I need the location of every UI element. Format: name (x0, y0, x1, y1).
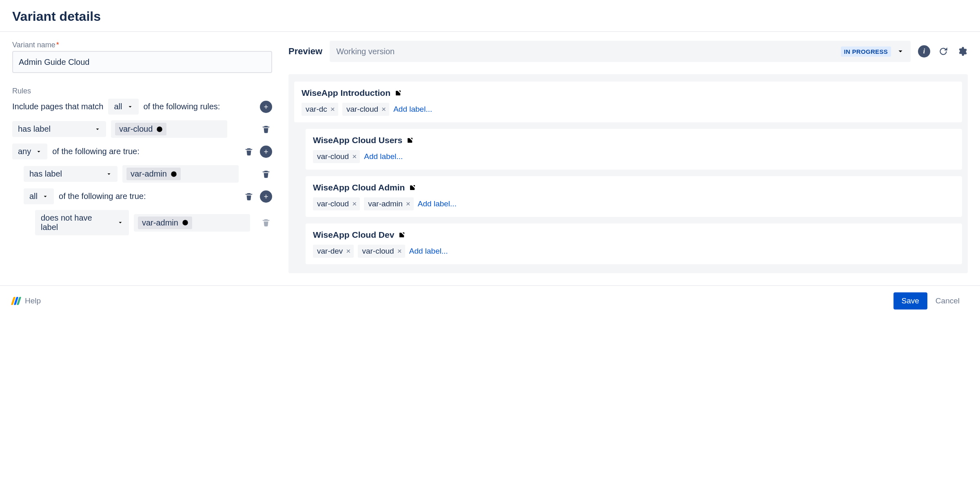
trash-icon (262, 125, 270, 134)
preview-card: WiseApp Cloud Adminvar-cloud×var-admin×A… (306, 176, 962, 217)
rule-row: has label var-cloud (12, 120, 272, 138)
group-suffix: of the following are true: (52, 147, 139, 156)
chevron-down-icon (118, 220, 123, 225)
chevron-down-icon (106, 171, 112, 177)
add-label-link[interactable]: Add label... (418, 199, 457, 208)
gear-icon (957, 46, 967, 57)
settings-button[interactable] (956, 46, 968, 57)
rule-group-header: all of the following are true: (12, 188, 272, 204)
version-select[interactable]: Working version IN PROGRESS (330, 41, 911, 62)
preview-labels: var-cloud×var-admin×Add label... (313, 197, 955, 210)
delete-rule-button (260, 217, 272, 229)
page-title: Variant details (12, 9, 968, 24)
rules-section-label: Rules (12, 87, 272, 95)
rule-row: has label var-admin (12, 165, 272, 183)
external-link-icon (409, 184, 416, 191)
refresh-button[interactable] (938, 46, 949, 57)
info-button[interactable]: i (918, 45, 930, 57)
label-chip[interactable]: var-admin× (364, 197, 414, 210)
version-label: Working version (336, 47, 835, 56)
preview-page-title[interactable]: WiseApp Introduction (302, 88, 955, 98)
save-button[interactable]: Save (894, 292, 927, 309)
delete-group-button[interactable] (243, 190, 255, 203)
rule-value-chip: var-admin (138, 217, 192, 229)
preview-page-title[interactable]: WiseApp Cloud Admin (313, 183, 955, 192)
chevron-down-icon (95, 126, 100, 132)
external-link-icon (395, 89, 402, 97)
preview-labels: var-dc×var-cloud×Add label... (302, 103, 955, 116)
rule-group-header: any of the following are true: (12, 144, 272, 159)
footer: Help Save Cancel (0, 285, 980, 316)
preview-card: WiseApp Cloud Usersvar-cloud×Add label..… (306, 129, 962, 170)
required-asterisk: * (56, 41, 59, 49)
add-label-link[interactable]: Add label... (393, 105, 432, 114)
rule-op-select[interactable]: has label (12, 121, 106, 137)
include-suffix: of the following rules: (144, 102, 220, 111)
delete-rule-button[interactable] (260, 168, 272, 180)
remove-chip-icon[interactable] (182, 219, 189, 226)
refresh-icon (938, 46, 949, 57)
remove-chip-icon[interactable] (156, 126, 163, 133)
rule-value-chip: var-admin (126, 168, 181, 180)
rule-value-chip: var-cloud (115, 123, 166, 135)
cancel-button[interactable]: Cancel (927, 292, 968, 309)
trash-icon (244, 147, 253, 156)
label-chip[interactable]: var-cloud× (313, 150, 360, 163)
preview-labels: var-dev×var-cloud×Add label... (313, 245, 955, 258)
label-chip[interactable]: var-cloud× (342, 103, 389, 116)
plus-icon (263, 193, 269, 200)
add-label-link[interactable]: Add label... (409, 247, 448, 256)
rules-root-line: Include pages that match all of the foll… (12, 99, 272, 115)
chevron-down-icon (36, 149, 42, 155)
external-link-icon (406, 137, 414, 144)
remove-label-icon[interactable]: × (346, 247, 350, 256)
trash-icon (262, 170, 270, 179)
external-link-icon (398, 231, 406, 239)
delete-group-button[interactable] (243, 146, 255, 158)
plus-icon (263, 148, 269, 155)
preview-page-title[interactable]: WiseApp Cloud Dev (313, 230, 955, 240)
rule-op-select[interactable]: has label (24, 166, 118, 182)
label-chip[interactable]: var-cloud× (313, 197, 360, 210)
match-mode-select[interactable]: all (108, 99, 138, 115)
remove-label-icon[interactable]: × (352, 199, 357, 208)
remove-label-icon[interactable]: × (406, 199, 410, 208)
remove-chip-icon[interactable] (170, 170, 177, 178)
preview-title: Preview (288, 46, 322, 57)
remove-label-icon[interactable]: × (381, 105, 386, 114)
preview-card: WiseApp Introductionvar-dc×var-cloud×Add… (294, 82, 962, 122)
remove-label-icon[interactable]: × (330, 105, 335, 114)
label-chip[interactable]: var-dev× (313, 245, 354, 258)
add-rule-button[interactable] (260, 146, 272, 158)
add-rule-button[interactable] (260, 190, 272, 203)
plus-icon (263, 104, 269, 110)
remove-label-icon[interactable]: × (352, 152, 357, 161)
preview-panel: WiseApp Introductionvar-dc×var-cloud×Add… (288, 74, 968, 273)
variant-form: Variant name* Rules Include pages that m… (12, 41, 272, 273)
trash-icon (262, 218, 270, 227)
chevron-down-icon (897, 48, 904, 55)
rule-value-input[interactable]: var-admin (122, 165, 239, 183)
preview-column: Preview Working version IN PROGRESS i Wi… (288, 41, 968, 273)
group-mode-select[interactable]: all (24, 188, 54, 204)
trash-icon (244, 192, 253, 201)
remove-label-icon[interactable]: × (397, 247, 402, 256)
add-label-link[interactable]: Add label... (364, 152, 403, 161)
help-link[interactable]: Help (12, 296, 41, 305)
preview-labels: var-cloud×Add label... (313, 150, 955, 163)
chevron-down-icon (127, 104, 133, 110)
group-suffix: of the following are true: (59, 192, 146, 201)
group-mode-select[interactable]: any (12, 144, 47, 159)
label-chip[interactable]: var-dc× (302, 103, 338, 116)
rule-value-input[interactable]: var-cloud (111, 120, 227, 138)
rule-row: does not have label var-admin (12, 210, 272, 235)
include-prefix: Include pages that match (12, 102, 103, 111)
delete-rule-button[interactable] (260, 123, 272, 135)
rule-op-select[interactable]: does not have label (35, 210, 129, 235)
label-chip[interactable]: var-cloud× (358, 245, 405, 258)
add-rule-button[interactable] (260, 101, 272, 113)
chevron-down-icon (42, 194, 48, 199)
variant-name-input[interactable] (12, 51, 272, 73)
preview-page-title[interactable]: WiseApp Cloud Users (313, 135, 955, 145)
rule-value-input[interactable]: var-admin (134, 214, 250, 232)
